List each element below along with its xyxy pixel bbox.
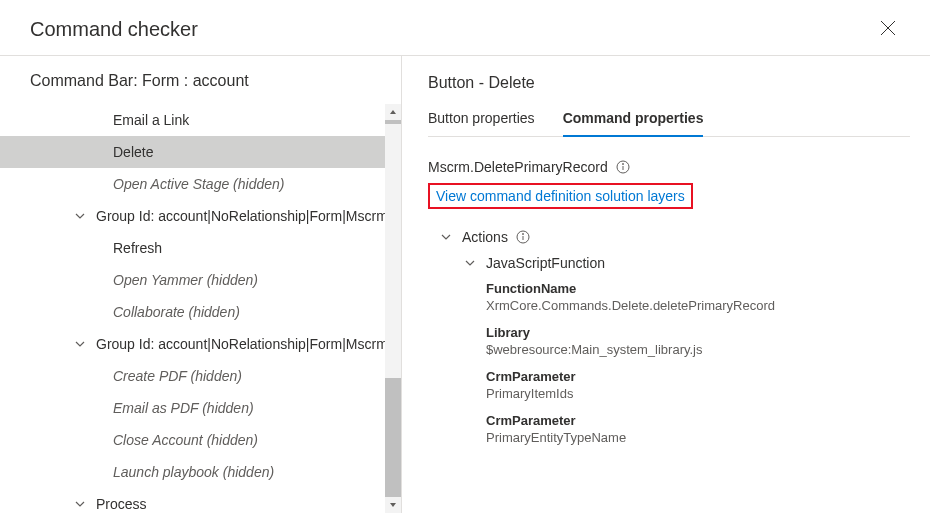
tree-group-account-form-1[interactable]: Group Id: account|NoRelationship|Form|Ms… — [0, 200, 401, 232]
chevron-down-icon — [464, 256, 478, 270]
chevron-down-icon — [74, 337, 88, 351]
triangle-down-icon — [389, 501, 397, 509]
svg-marker-3 — [390, 503, 396, 507]
prop-crmparameter-1: CrmParameter PrimaryItemIds — [486, 369, 910, 401]
info-icon[interactable] — [516, 230, 530, 244]
prop-library: Library $webresource:Main_system_library… — [486, 325, 910, 357]
tree-item-close-account[interactable]: Close Account (hidden) — [0, 424, 401, 456]
tree-item-create-pdf[interactable]: Create PDF (hidden) — [0, 360, 401, 392]
property-list: FunctionName XrmCore.Commands.Delete.del… — [428, 281, 910, 445]
scrollbar-thumb[interactable] — [385, 120, 401, 124]
command-name: Mscrm.DeletePrimaryRecord — [428, 159, 608, 175]
scrollbar-down-button[interactable] — [385, 497, 401, 513]
view-solution-layers-link[interactable]: View command definition solution layers — [436, 188, 685, 204]
tree-item-collaborate[interactable]: Collaborate (hidden) — [0, 296, 401, 328]
actions-section-header[interactable]: Actions — [428, 229, 910, 245]
scrollbar-thumb[interactable] — [385, 378, 401, 508]
tree-item-launch-playbook[interactable]: Launch playbook (hidden) — [0, 456, 401, 488]
scrollbar-up-button[interactable] — [385, 104, 401, 120]
details-tabs: Button properties Command properties — [428, 102, 910, 137]
details-pane: Button - Delete Button properties Comman… — [402, 56, 930, 513]
svg-point-6 — [622, 164, 623, 165]
dialog-title: Command checker — [30, 18, 198, 41]
triangle-up-icon — [389, 108, 397, 116]
chevron-down-icon — [74, 209, 88, 223]
dialog-header: Command checker — [0, 0, 930, 56]
tree-item-refresh[interactable]: Refresh — [0, 232, 401, 264]
details-title: Button - Delete — [428, 74, 910, 92]
tree-item-open-yammer[interactable]: Open Yammer (hidden) — [0, 264, 401, 296]
svg-point-9 — [522, 234, 523, 235]
chevron-down-icon — [440, 230, 454, 244]
tab-command-properties[interactable]: Command properties — [563, 102, 704, 136]
tree-item-email-as-pdf[interactable]: Email as PDF (hidden) — [0, 392, 401, 424]
close-button[interactable] — [880, 20, 900, 40]
prop-functionname: FunctionName XrmCore.Commands.Delete.del… — [486, 281, 910, 313]
command-name-row: Mscrm.DeletePrimaryRecord — [428, 159, 910, 175]
tab-button-properties[interactable]: Button properties — [428, 102, 535, 136]
tree-item-open-active-stage[interactable]: Open Active Stage (hidden) — [0, 168, 401, 200]
jsfunction-section-header[interactable]: JavaScriptFunction — [428, 255, 910, 271]
dialog-body: Command Bar: Form : account Email a Link… — [0, 56, 930, 513]
prop-crmparameter-2: CrmParameter PrimaryEntityTypeName — [486, 413, 910, 445]
scrollbar[interactable] — [385, 104, 401, 513]
close-icon — [880, 20, 896, 36]
view-solution-layers-highlight: View command definition solution layers — [428, 183, 693, 209]
info-icon[interactable] — [616, 160, 630, 174]
tree-group-process[interactable]: Process — [0, 488, 401, 513]
command-bar-title: Command Bar: Form : account — [0, 72, 401, 104]
tree-item-delete[interactable]: Delete — [0, 136, 401, 168]
chevron-down-icon — [74, 497, 88, 511]
svg-marker-2 — [390, 110, 396, 114]
command-tree-container: Email a Link Delete Open Active Stage (h… — [0, 104, 401, 513]
command-bar-pane: Command Bar: Form : account Email a Link… — [0, 56, 402, 513]
tree-item-email-a-link[interactable]: Email a Link — [0, 104, 401, 136]
tree-group-account-form-2[interactable]: Group Id: account|NoRelationship|Form|Ms… — [0, 328, 401, 360]
command-tree: Email a Link Delete Open Active Stage (h… — [0, 104, 401, 513]
